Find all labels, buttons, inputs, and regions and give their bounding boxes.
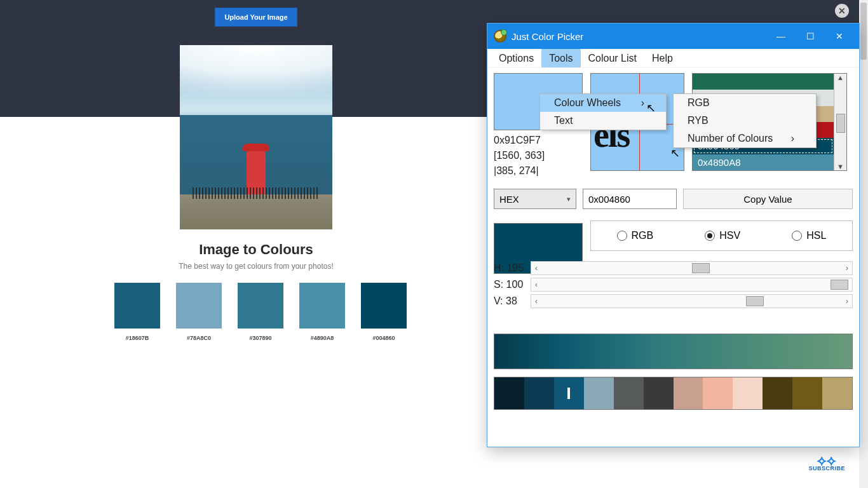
- chevron-left-icon[interactable]: ‹: [535, 280, 538, 289]
- colour-mode-group: RGB HSV HSL: [590, 220, 853, 251]
- mode-hsl-radio[interactable]: HSL: [792, 230, 826, 241]
- window-maximize-button[interactable]: ☐: [796, 24, 825, 49]
- mode-hsv-label: HSV: [719, 230, 740, 241]
- mode-hsl-label: HSL: [806, 230, 826, 241]
- h-value: 195: [506, 262, 524, 273]
- s-value: 100: [506, 279, 524, 290]
- palette-swatch[interactable]: #78A8C0: [176, 283, 222, 341]
- swatch-label: #4890A8: [311, 335, 334, 341]
- app-logo-icon: [494, 30, 506, 43]
- history-row[interactable]: 0x4890A8: [693, 154, 834, 170]
- mode-hsv-radio[interactable]: HSV: [705, 230, 740, 241]
- palette-swatches: #18607B #78A8C0 #307890 #4890A8 #004860: [114, 283, 407, 341]
- wheels-ryb-item[interactable]: RYB: [674, 112, 816, 130]
- format-combo[interactable]: HEX ▾: [494, 189, 576, 209]
- shade-cell[interactable]: [524, 377, 554, 409]
- h-slider[interactable]: ‹›: [531, 261, 853, 275]
- swatch-colour: [361, 283, 407, 329]
- chevron-right-icon: ›: [641, 97, 644, 109]
- tools-submenu: Colour Wheels › Text: [539, 93, 667, 130]
- slider-thumb[interactable]: [692, 263, 710, 273]
- slider-thumb[interactable]: [746, 296, 764, 306]
- history-row[interactable]: [693, 74, 834, 90]
- mode-rgb-label: RGB: [632, 230, 654, 241]
- copy-value-button[interactable]: Copy Value: [683, 189, 853, 209]
- swatch-label: #307890: [249, 335, 271, 341]
- shade-cell[interactable]: [733, 377, 763, 409]
- chevron-right-icon[interactable]: ›: [846, 264, 848, 273]
- menu-help[interactable]: Help: [644, 49, 681, 67]
- shade-cell[interactable]: [763, 377, 792, 409]
- swatch-colour: [238, 283, 283, 329]
- wheels-rgb-item[interactable]: RGB: [674, 94, 816, 112]
- swatch-label: #78A8C0: [187, 335, 211, 341]
- cursor-icon: ↖: [670, 146, 680, 160]
- swatch-colour: [299, 283, 345, 329]
- window-title: Just Color Picker: [512, 31, 766, 42]
- chevron-right-icon: ›: [791, 133, 794, 144]
- h-label: H:: [494, 262, 504, 273]
- v-slider[interactable]: ‹›: [531, 294, 853, 308]
- chevron-up-icon[interactable]: ▲: [837, 74, 844, 81]
- wheels-rgb-label: RGB: [688, 97, 710, 109]
- chevron-down-icon[interactable]: ▼: [837, 163, 844, 170]
- shade-cell[interactable]: [614, 377, 644, 409]
- history-scrollbar[interactable]: ▲ ▼: [834, 74, 846, 170]
- hsv-sliders: H: 195 ‹› S: 100 ‹› V: 38 ‹›: [487, 260, 853, 309]
- page-close-icon[interactable]: ✕: [835, 4, 849, 18]
- gradient-bar[interactable]: [494, 334, 853, 369]
- palette-swatch[interactable]: #307890: [238, 283, 283, 341]
- chevron-left-icon[interactable]: ‹: [535, 264, 538, 273]
- shade-cell[interactable]: [822, 377, 852, 409]
- subscribe-label: SUBSCRIBE: [808, 465, 845, 471]
- shade-cell[interactable]: [494, 377, 524, 409]
- page-scrollbar[interactable]: [859, 0, 868, 488]
- swatch-label: #004860: [372, 335, 395, 341]
- scrollbar-thumb[interactable]: [836, 114, 845, 133]
- s-slider[interactable]: ‹›: [531, 278, 853, 292]
- wheels-ryb-label: RYB: [688, 115, 709, 126]
- sample-screen-coords: [1560, 363]: [494, 148, 583, 163]
- upload-image-button[interactable]: Upload Your Image: [215, 8, 297, 27]
- colour-wheels-label: Colour Wheels: [554, 97, 621, 109]
- swatch-colour: [176, 283, 222, 329]
- sample-local-coords: |385, 274|: [494, 163, 583, 179]
- wheels-number-item[interactable]: Number of Colours ›: [674, 130, 816, 147]
- palette-swatch[interactable]: #4890A8: [299, 283, 345, 341]
- chevron-right-icon[interactable]: ›: [846, 297, 848, 306]
- mode-rgb-radio[interactable]: RGB: [617, 230, 654, 241]
- palette-swatch[interactable]: #004860: [361, 283, 407, 341]
- swatch-label: #18607B: [126, 335, 149, 341]
- window-minimize-button[interactable]: —: [766, 24, 796, 49]
- window-titlebar[interactable]: Just Color Picker — ☐ ✕: [487, 24, 859, 49]
- swatch-colour: [114, 283, 160, 329]
- format-combo-value: HEX: [499, 194, 519, 205]
- text-label: Text: [554, 115, 573, 126]
- sample-hex: 0x91C9F7: [494, 133, 583, 148]
- palette-swatch[interactable]: #18607B: [114, 283, 160, 341]
- wheels-number-label: Number of Colours: [688, 133, 773, 144]
- dna-icon: ⟡⟡: [808, 456, 845, 465]
- shade-cell[interactable]: [554, 377, 584, 409]
- window-close-button[interactable]: ✕: [825, 24, 854, 49]
- v-label: V:: [494, 295, 503, 306]
- just-color-picker-window: Just Color Picker — ☐ ✕ Options Tools Co…: [487, 23, 860, 447]
- menu-colour-list[interactable]: Colour List: [581, 49, 644, 67]
- menu-tools[interactable]: Tools: [541, 49, 580, 67]
- tools-colour-wheels-item[interactable]: Colour Wheels ›: [540, 94, 666, 112]
- shade-cell[interactable]: [792, 377, 822, 409]
- uploaded-image-preview: [180, 45, 332, 229]
- menubar: Options Tools Colour List Help: [487, 49, 859, 68]
- chevron-left-icon[interactable]: ‹: [535, 297, 538, 306]
- shade-cell[interactable]: [644, 377, 674, 409]
- chevron-down-icon: ▾: [567, 195, 571, 203]
- hex-value-input[interactable]: [583, 189, 677, 209]
- shade-cell[interactable]: [703, 377, 733, 409]
- shade-cell[interactable]: [584, 377, 614, 409]
- menu-options[interactable]: Options: [491, 49, 541, 67]
- s-label: S:: [494, 279, 503, 290]
- shade-cell[interactable]: [674, 377, 703, 409]
- shade-row: [494, 377, 853, 410]
- tools-text-item[interactable]: Text: [540, 112, 666, 130]
- slider-thumb[interactable]: [831, 280, 848, 290]
